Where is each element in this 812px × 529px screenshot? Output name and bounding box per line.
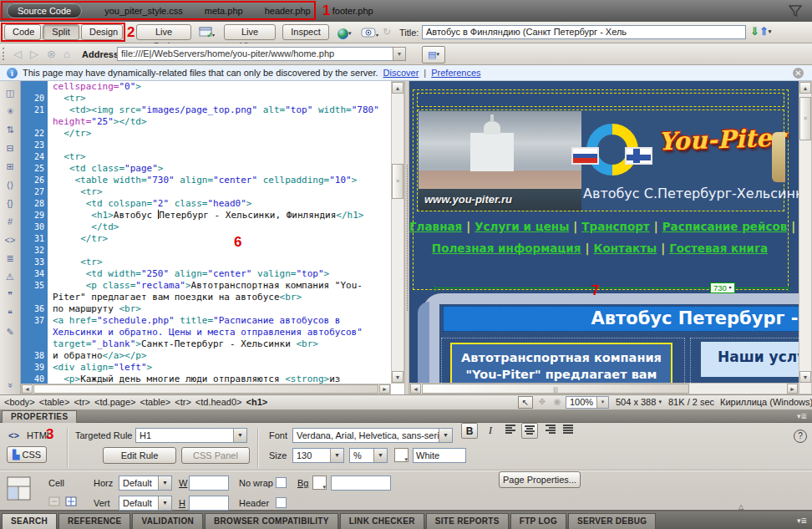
code-line[interactable]: 36по маршруту <br> xyxy=(21,303,391,315)
properties-panel-tab[interactable]: PROPERTIES xyxy=(2,410,77,423)
align-right-button[interactable] xyxy=(541,423,558,439)
code-view[interactable]: cellspacing="0">20 <tr>21 <td><img src="… xyxy=(21,81,391,384)
code-line[interactable]: 23 xyxy=(21,140,391,151)
select-tool-icon[interactable]: ↖ xyxy=(518,396,533,409)
more-icon[interactable]: » xyxy=(1,383,19,388)
align-left-button[interactable] xyxy=(503,423,520,439)
code-line[interactable]: 24 <tr> xyxy=(21,151,391,163)
targeted-rule-dropdown[interactable]: H1▼ xyxy=(135,428,247,443)
highlight-invalid-code-icon[interactable]: <> xyxy=(5,231,16,250)
help-icon[interactable]: ? xyxy=(794,430,807,443)
results-tab-site-reports[interactable]: SITE REPORTS xyxy=(426,513,509,529)
inspect-button[interactable]: Inspect xyxy=(282,24,329,40)
font-dropdown[interactable]: Verdana, Arial, Helvetica, sans-serif▼ xyxy=(292,428,453,443)
italic-button[interactable]: I xyxy=(482,423,499,439)
code-line[interactable]: 30 </td> xyxy=(21,221,391,233)
syntax-error-alerts-icon[interactable]: ⚠ xyxy=(6,268,14,287)
code-line[interactable]: 20 <tr> xyxy=(21,93,391,104)
h1-banner[interactable]: Автобус Петербург - Хельсинки xyxy=(443,306,799,332)
format-source-code-icon[interactable]: ✎ xyxy=(6,323,13,342)
magnification-dropdown[interactable]: 100%▼ xyxy=(566,396,609,409)
tag-selector-item[interactable]: <td.head0> xyxy=(195,397,242,407)
code-line[interactable]: 39<div align="left"> xyxy=(21,362,391,374)
design-horizontal-scrollbar[interactable]: ◄ ||| ► xyxy=(409,383,799,394)
menu-link[interactable]: Полезная информация xyxy=(432,242,581,255)
code-vertical-scrollbar[interactable]: ▲ ≡ ▼ xyxy=(391,81,404,384)
table-width-bar[interactable]: 730 ▾ xyxy=(434,287,789,288)
remove-comment-icon[interactable]: ❝ xyxy=(8,305,13,323)
visual-aids-icon[interactable]: ▾ xyxy=(361,27,379,41)
cell-width-input[interactable] xyxy=(189,476,229,491)
discover-link[interactable]: Discover xyxy=(383,68,419,78)
live-view-button[interactable]: Live View xyxy=(224,24,276,40)
site-header-image[interactable]: www.you-piter.ru You-Piter Автобус С.Пет… xyxy=(417,109,784,211)
collapse-panel-icon[interactable]: △ xyxy=(738,503,743,511)
select-parent-tag-icon[interactable]: ⟨⟩ xyxy=(7,176,14,195)
close-icon[interactable]: ✕ xyxy=(793,68,804,79)
results-panel-menu-icon[interactable]: ▾≣ xyxy=(797,516,807,525)
live-view-options-icon[interactable]: ▤▾ xyxy=(422,46,445,64)
preview-in-browser-icon[interactable]: ▾ xyxy=(337,27,352,39)
code-line[interactable]: 31 </tr> xyxy=(21,233,391,245)
edit-rule-button[interactable]: Edit Rule xyxy=(103,447,176,464)
results-tab-link-checker[interactable]: LINK CHECKER xyxy=(340,513,424,529)
expand-all-icon[interactable]: ⊞ xyxy=(6,158,13,176)
code-line[interactable]: 22 </tr> xyxy=(21,128,391,140)
design-view[interactable]: www.you-piter.ru You-Piter Автобус С.Пет… xyxy=(409,81,799,383)
tag-selector-item[interactable]: <tr> xyxy=(175,397,191,407)
document-title-input[interactable]: Автобус в Финляндию (Санкт Петербург - Х… xyxy=(422,25,746,39)
tag-selector-item[interactable]: <tr> xyxy=(74,397,90,407)
live-code-button[interactable]: Live Code xyxy=(136,24,191,40)
window-size-dropdown[interactable]: 504 x 388 ▾ xyxy=(616,397,662,407)
align-justify-button[interactable] xyxy=(560,423,576,439)
code-line[interactable]: 29 <h1>Автобус Петербург - Хельсинки, Фи… xyxy=(21,210,391,221)
results-tab-reference[interactable]: REFERENCE xyxy=(58,513,130,529)
code-navigator-icon[interactable]: ✳ xyxy=(6,103,13,121)
menu-link[interactable]: Гостевая книга xyxy=(669,242,768,255)
results-tab-ftp-log[interactable]: FTP LOG xyxy=(510,513,566,529)
toolbar-grip[interactable] xyxy=(3,48,7,60)
code-line[interactable]: 32 xyxy=(21,245,391,257)
text-color-input[interactable]: White xyxy=(413,448,466,463)
collapse-selection-icon[interactable]: ⊟ xyxy=(6,140,13,158)
code-line[interactable]: 33 <tr> xyxy=(21,257,391,268)
vert-dropdown[interactable]: Default▼ xyxy=(119,496,172,511)
code-line[interactable]: 37<a href="schedule.php" title="Расписан… xyxy=(21,315,391,350)
split-cell-icon[interactable] xyxy=(65,496,78,509)
balance-braces-icon[interactable]: {} xyxy=(7,195,13,213)
design-vertical-scrollbar[interactable]: ▲ ≡ ▼ xyxy=(799,81,812,394)
panel-menu-icon[interactable]: ▾≣ xyxy=(797,412,807,420)
page-properties-button[interactable]: Page Properties... xyxy=(499,471,581,488)
filter-related-files-icon[interactable] xyxy=(789,5,802,19)
code-line[interactable]: 27 <tr> xyxy=(21,186,391,198)
bg-color-swatch[interactable] xyxy=(312,476,327,490)
menu-link[interactable]: Услуги и цены xyxy=(475,220,569,233)
align-center-button[interactable] xyxy=(521,423,538,439)
menu-link[interactable]: Главная xyxy=(409,220,462,233)
address-input[interactable]: file:///E|/WebServers/home/you-piter/www… xyxy=(117,47,405,61)
css-mode-button[interactable]: ▙ CSS xyxy=(7,446,47,463)
file-get-put-icons[interactable]: ⇓⇑▾ xyxy=(750,25,771,38)
text-color-swatch[interactable] xyxy=(394,448,409,462)
cell-height-input[interactable] xyxy=(189,496,229,511)
menu-link[interactable]: Контакты xyxy=(593,242,657,255)
code-line[interactable]: 28 <td colspan="2" class="head0"> xyxy=(21,198,391,210)
info-bar-toggle-icon[interactable]: ≣ xyxy=(6,250,13,268)
results-tab-search[interactable]: SEARCH xyxy=(2,513,57,529)
line-numbers-icon[interactable]: # xyxy=(8,213,13,231)
tag-selector-item[interactable]: <body> xyxy=(4,397,35,407)
menu-link[interactable]: Расписание рейсов xyxy=(662,220,788,233)
tag-selector-item[interactable]: <table> xyxy=(39,397,70,407)
open-documents-icon[interactable]: ◫ xyxy=(6,84,14,103)
size-unit-dropdown[interactable]: %▼ xyxy=(349,448,388,463)
no-wrap-checkbox[interactable] xyxy=(276,477,287,488)
size-dropdown[interactable]: 130▼ xyxy=(292,448,344,463)
left-column-cell[interactable]: Автотранспортная компания "You-Piter" пр… xyxy=(441,338,685,383)
code-line[interactable]: 34 <td width="250" align="center" valign… xyxy=(21,268,391,280)
results-tab-server-debug[interactable]: SERVER DEBUG xyxy=(568,513,656,529)
tag-selector-item[interactable]: <h1> xyxy=(246,397,268,407)
tag-selector-item[interactable]: <table> xyxy=(140,397,171,407)
get-file-icon[interactable]: ⇓ xyxy=(750,25,759,38)
tag-selector-item[interactable]: <td.page> xyxy=(94,397,136,407)
preferences-link[interactable]: Preferences xyxy=(431,68,480,78)
